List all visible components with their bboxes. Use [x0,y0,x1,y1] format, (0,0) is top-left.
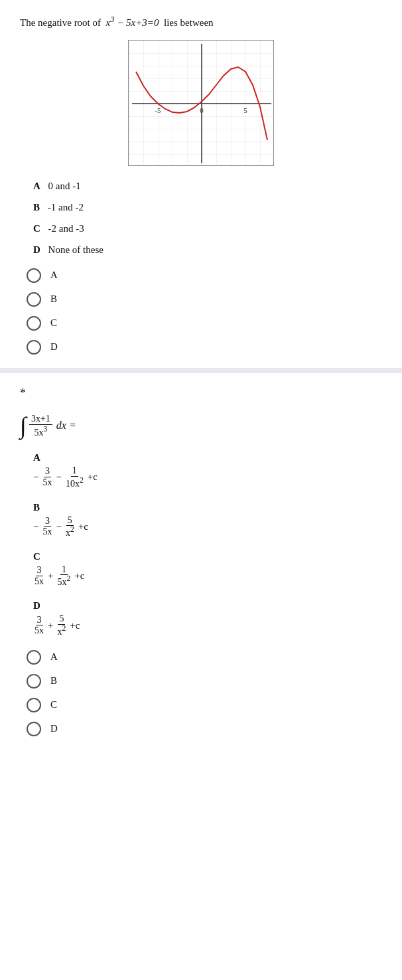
q2-choice-c: C 3 5x + 1 5x2 +c [33,548,382,587]
q1-equation: x3 − 5x+3=0 [106,17,159,28]
q1-choice-c: C -2 and -3 [33,220,382,236]
q2-d-frac2: 5 x2 [56,613,67,636]
q2-a-frac2: 1 10x2 [64,465,85,488]
q2-radio-a[interactable]: A [27,650,382,665]
q2-a-frac1: 3 5x [41,466,53,487]
q2-radio-d[interactable]: D [27,722,382,736]
q2-c-frac2: 1 5x2 [56,564,72,587]
question-2-asterisk: * [20,386,382,400]
q1-choice-a-text: 0 and -1 [48,181,81,191]
q2-radio-circle-b[interactable] [27,674,41,689]
q1-radio-circle-b[interactable] [27,292,41,307]
q1-radio-options: A B C D [27,268,382,355]
q2-choice-c-math: 3 5x + 1 5x2 +c [33,564,382,587]
svg-text:5: 5 [243,106,247,114]
q2-radio-circle-c[interactable] [27,698,41,712]
q2-radio-label-d: D [50,723,58,734]
question-2: * ∫ 3x+1 5x3 dx = A − 3 5x − 1 10x2 [20,386,382,736]
q2-c-frac1: 3 5x [33,565,45,586]
integral-fraction: 3x+1 5x3 [29,414,52,438]
q1-radio-label-b: B [50,293,57,305]
q1-radio-a[interactable]: A [27,268,382,283]
graph-svg: -5 0 5 [129,41,274,166]
integral-expression: ∫ 3x+1 5x3 dx = [20,414,382,438]
q1-radio-d[interactable]: D [27,340,382,355]
q1-radio-c[interactable]: C [27,316,382,331]
q1-radio-label-c: C [50,317,57,329]
q2-choice-d: D 3 5x + 5 x2 +c [33,598,382,636]
q2-radio-label-b: B [50,675,57,687]
q2-radio-c[interactable]: C [27,698,382,712]
q1-radio-label-d: D [50,341,58,353]
q1-choice-b: B -1 and -2 [33,199,382,215]
integral-dx: dx = [56,420,76,432]
integral-symbol: ∫ [20,414,27,438]
q1-choice-b-text: -1 and -2 [48,202,84,212]
q2-choice-a: A − 3 5x − 1 10x2 +c [33,449,382,488]
q2-choice-b: B − 3 5x − 5 x2 +c [33,499,382,538]
q2-radio-options: A B C D [27,650,382,736]
q1-radio-label-a: A [50,270,58,281]
q1-radio-circle-c[interactable] [27,316,41,331]
q2-b-frac2: 5 x2 [64,515,76,538]
q2-radio-circle-d[interactable] [27,722,41,736]
integral-denominator: 5x3 [32,425,49,438]
q2-radio-b[interactable]: B [27,674,382,689]
q2-choice-d-math: 3 5x + 5 x2 +c [33,613,382,636]
q1-radio-circle-a[interactable] [27,268,41,283]
q2-radio-label-a: A [50,651,58,663]
q2-d-frac1: 3 5x [33,615,45,636]
question-1: The negative root of x3 − 5x+3=0 lies be… [20,13,382,355]
q1-choices: A 0 and -1 B -1 and -2 C -2 and -3 D Non… [33,178,382,258]
integral-numerator: 3x+1 [29,414,52,425]
question-1-text: The negative root of x3 − 5x+3=0 lies be… [20,13,382,31]
svg-text:-5: -5 [155,106,161,114]
q2-choice-b-math: − 3 5x − 5 x2 +c [33,515,382,538]
q2-choice-a-math: − 3 5x − 1 10x2 +c [33,465,382,488]
q1-choice-a: A 0 and -1 [33,178,382,194]
q1-choice-c-text: -2 and -3 [48,223,84,234]
q1-radio-b[interactable]: B [27,292,382,307]
q1-choice-d: D None of these [33,242,382,258]
q2-radio-label-c: C [50,699,57,710]
q2-b-frac1: 3 5x [41,516,53,537]
graph: -5 0 5 [128,40,274,166]
q2-choices: A − 3 5x − 1 10x2 +c B − 3 [33,449,382,637]
q1-choice-d-text: None of these [48,244,103,255]
q2-radio-circle-a[interactable] [27,650,41,665]
svg-text:0: 0 [200,106,204,114]
section-divider [0,368,402,373]
q1-radio-circle-d[interactable] [27,340,41,355]
